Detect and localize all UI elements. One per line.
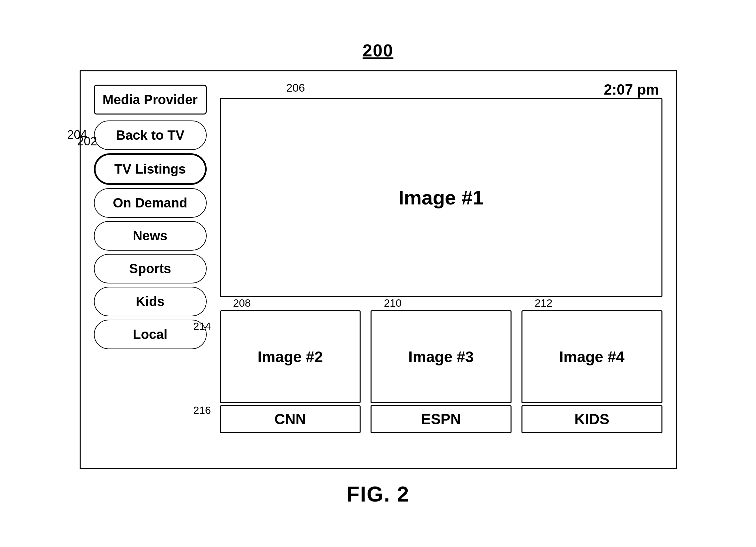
ref-214-label: 214 xyxy=(193,320,211,333)
main-diagram-box: 204 Media Provider Back to TV TV Listing… xyxy=(80,70,677,469)
nav-kids[interactable]: Kids xyxy=(94,287,207,316)
time-display: 2:07 pm xyxy=(604,81,659,98)
thumbnail-image-2: Image #3 xyxy=(371,310,512,403)
sidebar: 204 Media Provider Back to TV TV Listing… xyxy=(94,85,207,454)
channel-label-3: KIDS xyxy=(521,405,662,433)
diagram-wrapper: 200 204 Media Provider Back to TV TV Lis… xyxy=(80,40,677,507)
nav-on-demand[interactable]: On Demand xyxy=(94,188,207,218)
nav-sports[interactable]: Sports xyxy=(94,254,207,284)
channel-label-1: CNN xyxy=(220,405,361,433)
channel-label-2: ESPN xyxy=(371,405,512,433)
media-provider-button[interactable]: Media Provider xyxy=(94,85,207,114)
ref-206-label: 206 xyxy=(286,81,305,94)
ref-210-label: 210 xyxy=(384,297,401,309)
main-image: Image #1 xyxy=(220,98,662,297)
ref-208-label: 208 xyxy=(233,297,251,309)
ref-202-label: 202 xyxy=(77,134,97,148)
nav-news[interactable]: News xyxy=(94,221,207,250)
ref-212-label: 212 xyxy=(535,297,552,309)
thumbnail-image-3: Image #4 xyxy=(521,310,662,403)
content-area: 2:07 pm 206 Image #1 214 216 208 Image #… xyxy=(220,85,662,454)
nav-back-to-tv[interactable]: Back to TV xyxy=(94,120,207,150)
thumbnail-image-1: Image #2 xyxy=(220,310,361,403)
thumbnail-item-1: 208 Image #2 CNN xyxy=(220,310,361,433)
nav-tv-listings[interactable]: TV Listings xyxy=(94,153,207,185)
thumbnail-item-2: 210 Image #3 ESPN xyxy=(371,310,512,433)
nav-local[interactable]: Local xyxy=(94,320,207,349)
ref-216-label: 216 xyxy=(193,404,211,417)
figure-label: FIG. 2 xyxy=(347,482,410,507)
thumbnails-row: 214 216 208 Image #2 CNN 210 Image #3 ES… xyxy=(220,310,662,433)
thumbnail-item-3: 212 Image #4 KIDS xyxy=(521,310,662,433)
diagram-top-label: 200 xyxy=(363,40,393,60)
